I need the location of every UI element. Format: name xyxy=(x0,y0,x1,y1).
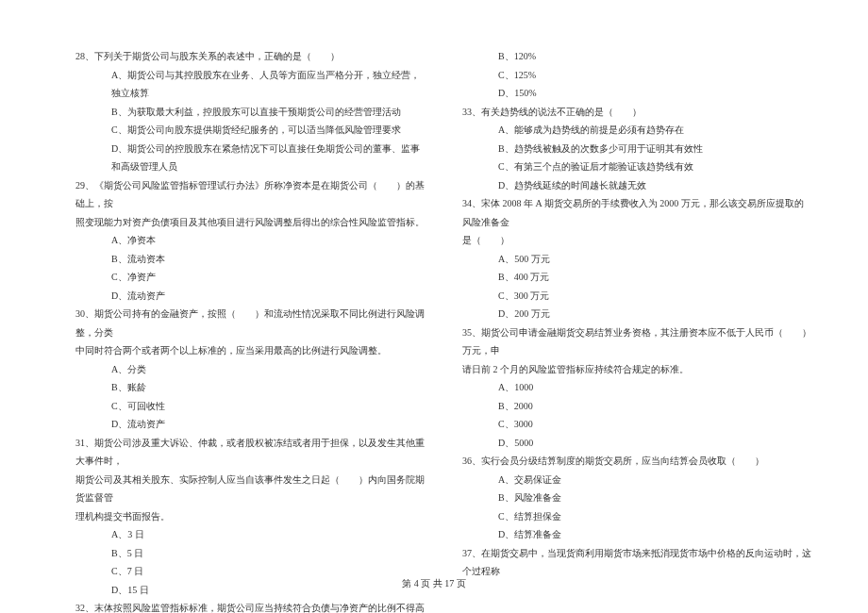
q30-stem-line1: 30、期货公司持有的金融资产，按照（ ）和流动性情况采取不同比例进行风险调整，分… xyxy=(75,305,425,341)
q36-option-c: C、结算担保金 xyxy=(462,507,811,526)
q31-option-b: B、5 日 xyxy=(75,544,425,563)
q33-option-b: B、趋势线被触及的次数多少可用于证明其有效性 xyxy=(462,140,811,158)
q35-option-b: B、2000 xyxy=(462,397,811,416)
q32-option-c: C、125% xyxy=(462,66,811,85)
q35-option-d: D、5000 xyxy=(462,434,811,453)
q36-option-d: D、结算准备金 xyxy=(462,525,811,544)
right-column: B、120% C、125% D、150% 33、有关趋势线的说法不正确的是（ ）… xyxy=(462,47,811,613)
q28-stem: 28、下列关于期货公司与股东关系的表述中，正确的是（ ） xyxy=(75,47,425,66)
q35-stem-line1: 35、期货公司申请金融期货交易结算业务资格，其注册资本应不低于人民币（ ）万元，… xyxy=(462,323,811,360)
q33-option-d: D、趋势线延续的时间越长就越无效 xyxy=(462,176,811,195)
page-columns: 28、下列关于期货公司与股东关系的表述中，正确的是（ ） A、期货公司与其控股股… xyxy=(75,47,811,613)
q30-option-b: B、账龄 xyxy=(75,378,425,397)
q31-stem-line2: 期货公司及其相关股东、实际控制人应当自该事件发生之日起（ ）内向国务院期货监督管 xyxy=(75,471,425,507)
page-footer: 第 4 页 共 17 页 xyxy=(0,574,868,593)
q29-option-c: C、净资产 xyxy=(75,268,425,287)
q28-option-b: B、为获取最大利益，控股股东可以直接干预期货公司的经营管理活动 xyxy=(75,103,425,122)
q28-option-d: D、期货公司的控股股东在紧急情况下可以直接任免期货公司的董事、监事和高级管理人员 xyxy=(75,140,425,176)
q30-stem-line2: 中同时符合两个或者两个以上标准的，应当采用最高的比例进行风险调整。 xyxy=(75,341,425,360)
q33-stem: 33、有关趋势线的说法不正确的是（ ） xyxy=(462,103,811,122)
q36-option-b: B、风险准备金 xyxy=(462,489,811,507)
q30-option-c: C、可回收性 xyxy=(75,397,425,416)
q35-option-a: A、1000 xyxy=(462,378,811,397)
q34-option-d: D、200 万元 xyxy=(462,305,811,323)
q35-stem-line2: 请日前 2 个月的风险监管指标应持续符合规定的标准。 xyxy=(462,360,811,379)
left-column: 28、下列关于期货公司与股东关系的表述中，正确的是（ ） A、期货公司与其控股股… xyxy=(75,47,425,613)
q32-option-b: B、120% xyxy=(462,47,811,66)
q29-option-b: B、流动资本 xyxy=(75,250,425,269)
q34-option-c: C、300 万元 xyxy=(462,287,811,306)
q36-option-a: A、交易保证金 xyxy=(462,471,811,489)
q28-option-c: C、期货公司向股东提供期货经纪服务的，可以适当降低风险管理要求 xyxy=(75,121,425,140)
q31-stem-line1: 31、期货公司涉及重大诉讼、仲裁，或者股权被冻结或者用于担保，以及发生其他重大事… xyxy=(75,434,425,471)
q31-option-a: A、3 日 xyxy=(75,525,425,544)
q29-option-d: D、流动资产 xyxy=(75,287,425,306)
q31-stem-line3: 理机构提交书面报告。 xyxy=(75,507,425,526)
q34-stem-line2: 是（ ） xyxy=(462,231,811,250)
q29-stem-line2: 照变现能力对资产负债项目及其他项目进行风险调整后得出的综合性风险监管指标。 xyxy=(75,213,425,232)
q29-stem-line1: 29、《期货公司风险监管指标管理试行办法》所称净资本是在期货公司（ ）的基础上，… xyxy=(75,176,425,213)
q32-stem: 32、末体按照风险监管指标标准，期货公司应当持续符合负债与净资产的比例不得高于（… xyxy=(75,599,425,613)
q34-option-b: B、400 万元 xyxy=(462,268,811,287)
q33-option-a: A、能够成为趋势线的前提是必须有趋势存在 xyxy=(462,121,811,140)
q30-option-d: D、流动资产 xyxy=(75,415,425,434)
q32-option-d: D、150% xyxy=(462,84,811,103)
q36-stem: 36、实行会员分级结算制度的期货交易所，应当向结算会员收取（ ） xyxy=(462,452,811,471)
q34-stem-line1: 34、宋体 2008 年 A 期货交易所的手续费收入为 2000 万元，那么该交… xyxy=(462,194,811,231)
q30-option-a: A、分类 xyxy=(75,360,425,379)
q28-option-a: A、期货公司与其控股股东在业务、人员等方面应当严格分开，独立经营，独立核算 xyxy=(75,66,425,103)
q35-option-c: C、3000 xyxy=(462,415,811,434)
q29-option-a: A、净资本 xyxy=(75,231,425,250)
q33-option-c: C、有第三个点的验证后才能验证该趋势线有效 xyxy=(462,157,811,176)
q34-option-a: A、500 万元 xyxy=(462,250,811,269)
